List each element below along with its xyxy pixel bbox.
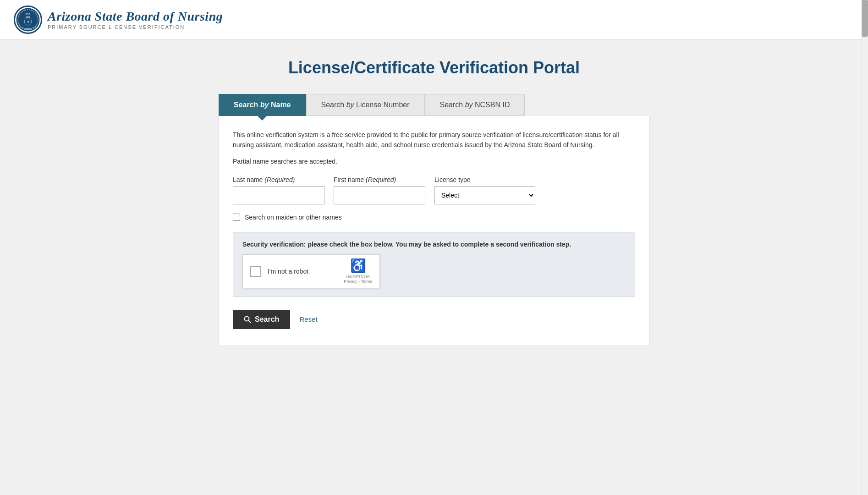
header-org-name: Arizona State Board of Nursing — [48, 10, 223, 24]
search-button[interactable]: Search — [233, 310, 290, 329]
recaptcha-icon: ♿ — [350, 258, 366, 273]
page-title: License/Certificate Verification Portal — [219, 58, 649, 77]
search-icon — [244, 316, 251, 323]
scrollbar[interactable] — [862, 0, 868, 495]
first-name-label: First name (Required) — [334, 176, 425, 183]
tab-search-by-license-number[interactable]: Search by License Number — [306, 94, 425, 116]
logo-seal: EST. 1921 ✚ ARIZONA — [14, 6, 42, 34]
security-verification-box: Security verification: please check the … — [233, 232, 635, 297]
maiden-name-checkbox-row: Search on maiden or other names — [233, 214, 635, 221]
last-name-input[interactable] — [233, 186, 324, 204]
last-name-label: Last name (Required) — [233, 176, 324, 183]
recaptcha-checkbox[interactable] — [250, 266, 261, 277]
form-button-row: Search Reset — [233, 310, 635, 329]
site-header: EST. 1921 ✚ ARIZONA Arizona State Board … — [0, 0, 868, 40]
license-type-label: License type — [434, 176, 535, 183]
form-area: This online verification system is a fre… — [219, 116, 649, 346]
first-name-field-group: First name (Required) — [334, 176, 425, 204]
header-text: Arizona State Board of Nursing PRIMARY S… — [48, 10, 223, 30]
maiden-name-checkbox[interactable] — [233, 214, 240, 221]
form-fields-row: Last name (Required) First name (Require… — [233, 176, 635, 204]
svg-text:✚: ✚ — [27, 21, 29, 23]
security-verification-title: Security verification: please check the … — [242, 241, 626, 248]
tab-search-by-ncsbn-id[interactable]: Search by NCSBN ID — [425, 94, 525, 116]
first-name-input[interactable] — [334, 186, 425, 204]
header-logo: EST. 1921 ✚ ARIZONA Arizona State Board … — [14, 6, 223, 34]
recaptcha-widget[interactable]: I'm not a robot ♿ reCAPTCHA Privacy - Te… — [242, 254, 380, 288]
recaptcha-label: I'm not a robot — [268, 268, 337, 275]
license-type-field-group: License type Select Nursing Assistant Me… — [434, 176, 535, 204]
reset-link[interactable]: Reset — [299, 315, 317, 323]
partial-search-note: Partial name searches are accepted. — [233, 158, 635, 165]
license-type-select[interactable]: Select Nursing Assistant Medication Assi… — [434, 186, 535, 204]
seal-svg: EST. 1921 ✚ ARIZONA — [15, 7, 41, 33]
recaptcha-brand: reCAPTCHA Privacy - Terms — [344, 274, 372, 285]
scrollbar-thumb[interactable] — [862, 0, 868, 37]
maiden-name-checkbox-label[interactable]: Search on maiden or other names — [245, 214, 342, 221]
last-name-field-group: Last name (Required) — [233, 176, 324, 204]
search-tabs: Search by Name Search by License Number … — [219, 94, 649, 116]
main-content: License/Certificate Verification Portal … — [209, 40, 659, 374]
svg-line-8 — [249, 320, 251, 323]
tab-search-by-name[interactable]: Search by Name — [219, 94, 306, 116]
svg-text:EST.: EST. — [26, 13, 31, 16]
recaptcha-logo: ♿ reCAPTCHA Privacy - Terms — [344, 258, 372, 285]
form-description: This online verification system is a fre… — [233, 130, 635, 150]
header-org-subtitle: PRIMARY SOURCE LICENSE VERIFICATION — [48, 24, 223, 30]
svg-text:ARIZONA: ARIZONA — [24, 28, 32, 30]
